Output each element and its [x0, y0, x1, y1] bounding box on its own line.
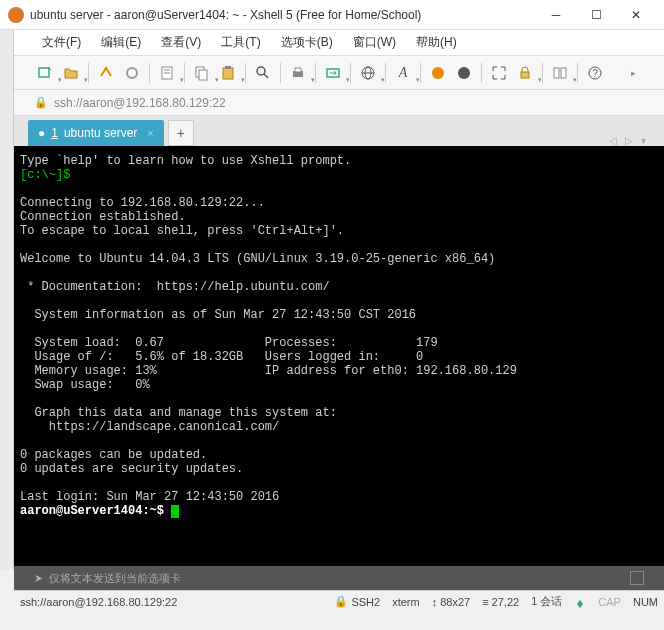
- terminal-line: Graph this data and manage this system a…: [20, 406, 337, 420]
- disconnect-button[interactable]: [121, 62, 143, 84]
- separator: [88, 63, 89, 83]
- lock-icon: 🔒: [34, 96, 48, 109]
- terminal-line: Connecting to 192.168.80.129:22...: [20, 196, 265, 210]
- separator: [149, 63, 150, 83]
- menu-view[interactable]: 查看(V): [153, 31, 209, 54]
- status-cap: CAP: [598, 596, 621, 608]
- svg-rect-20: [521, 72, 529, 78]
- terminal-line: Usage of /: 5.6% of 18.32GB Users logged…: [20, 350, 423, 364]
- tab-label: ubuntu server: [64, 126, 137, 140]
- status-term: xterm: [392, 596, 420, 608]
- menu-window[interactable]: 窗口(W): [345, 31, 404, 54]
- terminal-line: Memory usage: 13% IP address for eth0: 1…: [20, 364, 517, 378]
- status-protocol: 🔒 SSH2: [334, 595, 380, 608]
- address-url[interactable]: ssh://aaron@192.168.80.129:22: [54, 96, 226, 110]
- terminal-prompt: aaron@uServer1404:~$: [20, 504, 171, 518]
- properties-button[interactable]: [156, 62, 178, 84]
- menu-tools[interactable]: 工具(T): [213, 31, 268, 54]
- toolbar-overflow[interactable]: ▸: [622, 62, 644, 84]
- terminal-line: Connection established.: [20, 210, 186, 224]
- help-button[interactable]: ?: [584, 62, 606, 84]
- separator: [245, 63, 246, 83]
- terminal-line: https://landscape.canonical.com/: [20, 420, 279, 434]
- svg-rect-21: [554, 68, 559, 78]
- svg-rect-7: [199, 70, 207, 80]
- reconnect-button[interactable]: [95, 62, 117, 84]
- status-pos: ≡ 27,22: [482, 596, 519, 608]
- status-num: NUM: [633, 596, 658, 608]
- status-bar: ssh://aaron@192.168.80.129:22 🔒 SSH2 xte…: [14, 590, 664, 612]
- paste-button[interactable]: [217, 62, 239, 84]
- separator: [577, 63, 578, 83]
- window-title: ubuntu server - aaron@uServer1404: ~ - X…: [30, 8, 536, 22]
- svg-rect-13: [295, 68, 301, 72]
- close-button[interactable]: ✕: [616, 1, 656, 29]
- xftp-button[interactable]: [322, 62, 344, 84]
- tab-active[interactable]: ● 1 ubuntu server ×: [28, 120, 164, 146]
- open-button[interactable]: [60, 62, 82, 84]
- separator: [385, 63, 386, 83]
- svg-rect-0: [39, 68, 49, 77]
- menu-edit[interactable]: 编辑(E): [93, 31, 149, 54]
- pin-button[interactable]: [630, 571, 644, 585]
- menu-file[interactable]: 文件(F): [34, 31, 89, 54]
- terminal-line: 0 packages can be updated.: [20, 448, 207, 462]
- tab-menu-button[interactable]: ▾: [637, 135, 650, 146]
- add-tab-button[interactable]: +: [168, 120, 194, 146]
- svg-rect-22: [561, 68, 566, 78]
- svg-point-2: [127, 68, 137, 78]
- terminal-line: Type `help' to learn how to use Xshell p…: [20, 154, 351, 168]
- tab-next-button[interactable]: ▷: [621, 135, 637, 146]
- svg-point-18: [432, 67, 444, 79]
- terminal-line: * Documentation: https://help.ubuntu.com…: [20, 280, 330, 294]
- terminal-cursor: [171, 505, 179, 518]
- separator: [542, 63, 543, 83]
- tab-number: 1: [51, 126, 58, 140]
- svg-point-10: [257, 67, 265, 75]
- toolbar: A ? ▸: [14, 56, 664, 90]
- find-button[interactable]: [252, 62, 274, 84]
- separator: [481, 63, 482, 83]
- menu-bar: 文件(F) 编辑(E) 查看(V) 工具(T) 选项卡(B) 窗口(W) 帮助(…: [14, 30, 664, 56]
- maximize-button[interactable]: ☐: [576, 1, 616, 29]
- status-size: ↕ 88x27: [432, 596, 470, 608]
- color2-button[interactable]: [453, 62, 475, 84]
- tab-prev-button[interactable]: ◁: [605, 135, 621, 146]
- terminal-line: System information as of Sun Mar 27 12:4…: [20, 308, 416, 322]
- terminal-output[interactable]: Type `help' to learn how to use Xshell p…: [14, 146, 664, 566]
- tab-close-icon[interactable]: ×: [147, 127, 153, 139]
- fullscreen-button[interactable]: [488, 62, 510, 84]
- separator: [420, 63, 421, 83]
- lock-button[interactable]: [514, 62, 536, 84]
- globe-button[interactable]: [357, 62, 379, 84]
- svg-rect-8: [223, 68, 233, 79]
- menu-help[interactable]: 帮助(H): [408, 31, 465, 54]
- terminal-line: Welcome to Ubuntu 14.04.3 LTS (GNU/Linux…: [20, 252, 495, 266]
- terminal-prompt: [c:\~]$: [20, 168, 70, 182]
- print-button[interactable]: [287, 62, 309, 84]
- left-gutter: [0, 30, 14, 570]
- status-sessions: 1 会话: [531, 594, 562, 609]
- separator: [350, 63, 351, 83]
- separator: [280, 63, 281, 83]
- status-connection: ssh://aaron@192.168.80.129:22: [20, 596, 177, 608]
- svg-line-11: [264, 74, 268, 78]
- layout-button[interactable]: [549, 62, 571, 84]
- font-button[interactable]: A: [392, 62, 414, 84]
- new-session-button[interactable]: [34, 62, 56, 84]
- svg-rect-9: [225, 66, 231, 69]
- color1-button[interactable]: [427, 62, 449, 84]
- terminal-line: Swap usage: 0%: [20, 378, 150, 392]
- menu-tabs[interactable]: 选项卡(B): [273, 31, 341, 54]
- compose-arrow-icon: ➤: [34, 572, 43, 585]
- copy-button[interactable]: [191, 62, 213, 84]
- tab-indicator: ●: [38, 126, 45, 140]
- compose-hint: 仅将文本发送到当前选项卡: [49, 571, 181, 586]
- svg-point-19: [458, 67, 470, 79]
- separator: [184, 63, 185, 83]
- compose-bar[interactable]: ➤ 仅将文本发送到当前选项卡: [14, 566, 664, 590]
- svg-text:?: ?: [592, 68, 598, 79]
- tab-bar: ● 1 ubuntu server × + ◁ ▷ ▾: [14, 116, 664, 146]
- minimize-button[interactable]: ─: [536, 1, 576, 29]
- status-updown-icon: [574, 596, 586, 608]
